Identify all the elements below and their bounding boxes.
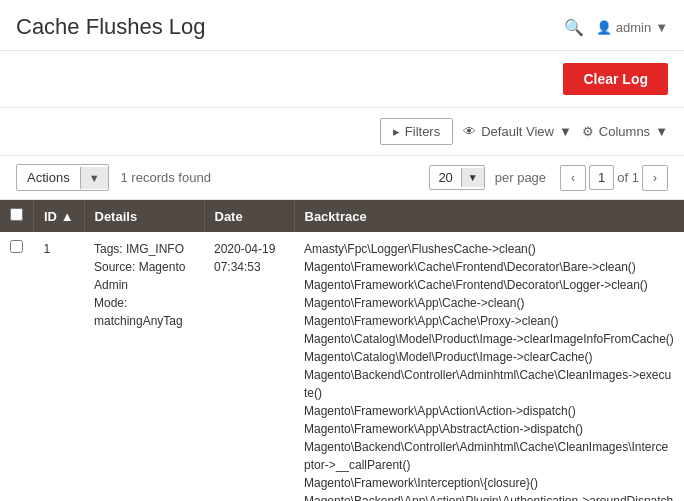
- page-navigation: ‹ 1 of 1 ›: [560, 165, 668, 191]
- th-date-label: Date: [215, 209, 243, 224]
- page-of-label: of 1: [617, 170, 639, 185]
- columns-button[interactable]: ⚙ Columns ▼: [582, 124, 668, 139]
- page-title: Cache Flushes Log: [16, 14, 206, 40]
- per-page-arrow-icon: ▼: [461, 168, 484, 187]
- actions-dropdown[interactable]: Actions ▼: [16, 164, 109, 191]
- search-icon[interactable]: 🔍: [564, 18, 584, 37]
- clear-log-button[interactable]: Clear Log: [563, 63, 668, 95]
- prev-page-button[interactable]: ‹: [560, 165, 586, 191]
- th-details[interactable]: Details: [84, 200, 204, 232]
- pagination: 20 ▼ per page ‹ 1 of 1 ›: [429, 165, 668, 191]
- th-date[interactable]: Date: [204, 200, 294, 232]
- eye-icon: 👁: [463, 124, 476, 139]
- page-wrapper: Cache Flushes Log 🔍 👤 admin ▼ Clear Log …: [0, 0, 684, 501]
- next-page-button[interactable]: ›: [642, 165, 668, 191]
- default-view-label: Default View: [481, 124, 554, 139]
- th-id[interactable]: ID ▲: [34, 200, 85, 232]
- filter-icon: ▸: [393, 124, 400, 139]
- per-page-label: per page: [495, 170, 546, 185]
- table-row: 1Tags: IMG_INFOSource: Magento AdminMode…: [0, 232, 684, 501]
- row-checkbox-cell: [0, 232, 34, 501]
- records-found-text: 1 records found: [121, 170, 211, 185]
- view-chevron-icon: ▼: [559, 124, 572, 139]
- current-page[interactable]: 1: [589, 165, 614, 190]
- th-details-label: Details: [95, 209, 138, 224]
- th-checkbox: [0, 200, 34, 232]
- top-action-bar: Clear Log: [0, 51, 684, 108]
- page-header: Cache Flushes Log 🔍 👤 admin ▼: [0, 0, 684, 51]
- header-icons: 🔍 👤 admin ▼: [564, 18, 668, 37]
- row-date: 2020-04-1907:34:53: [204, 232, 294, 501]
- actions-dropdown-arrow: ▼: [80, 167, 108, 189]
- filters-label: Filters: [405, 124, 440, 139]
- gear-icon: ⚙: [582, 124, 594, 139]
- sort-icon: ▲: [61, 209, 74, 224]
- filter-bar: ▸ Filters 👁 Default View ▼ ⚙ Columns ▼: [0, 108, 684, 156]
- actions-label: Actions: [17, 165, 80, 190]
- select-all-checkbox[interactable]: [10, 208, 23, 221]
- user-menu-chevron: ▼: [655, 20, 668, 35]
- th-backtrace-label: Backtrace: [305, 209, 367, 224]
- row-details: Tags: IMG_INFOSource: Magento AdminMode:…: [84, 232, 204, 501]
- table-header-row: ID ▲ Details Date Backtrace: [0, 200, 684, 232]
- actions-bar: Actions ▼ 1 records found 20 ▼ per page …: [0, 156, 684, 200]
- row-backtrace: Amasty\Fpc\Logger\FlushesCache->clean()M…: [294, 232, 684, 501]
- columns-label: Columns: [599, 124, 650, 139]
- columns-chevron-icon: ▼: [655, 124, 668, 139]
- user-icon: 👤: [596, 20, 612, 35]
- row-id: 1: [34, 232, 85, 501]
- default-view-button[interactable]: 👁 Default View ▼: [463, 124, 572, 139]
- data-table: ID ▲ Details Date Backtrace 1Tags: IMG_I…: [0, 200, 684, 501]
- th-backtrace[interactable]: Backtrace: [294, 200, 684, 232]
- per-page-select[interactable]: 20 ▼: [429, 165, 484, 190]
- admin-user-menu[interactable]: 👤 admin ▼: [596, 20, 668, 35]
- filters-button[interactable]: ▸ Filters: [380, 118, 453, 145]
- th-id-label: ID: [44, 209, 57, 224]
- per-page-value: 20: [430, 166, 460, 189]
- admin-username: admin: [616, 20, 651, 35]
- row-checkbox[interactable]: [10, 240, 23, 253]
